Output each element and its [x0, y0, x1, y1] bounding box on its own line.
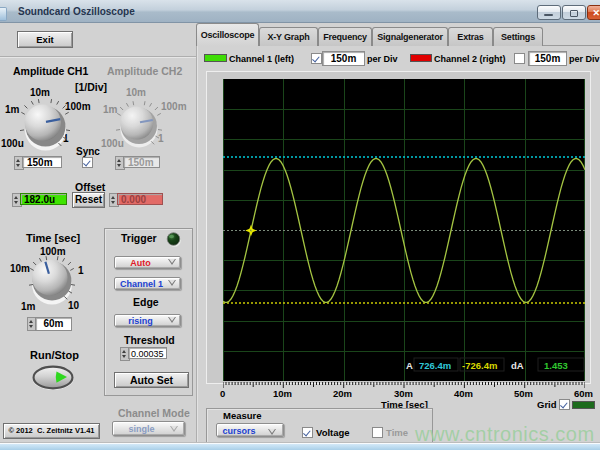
- svg-text:1.453: 1.453: [544, 360, 568, 371]
- svg-text:726.4m: 726.4m: [419, 360, 451, 371]
- svg-text:dA: dA: [511, 360, 524, 371]
- svg-text:A: A: [406, 360, 413, 371]
- svg-text:-726.4m: -726.4m: [462, 360, 497, 371]
